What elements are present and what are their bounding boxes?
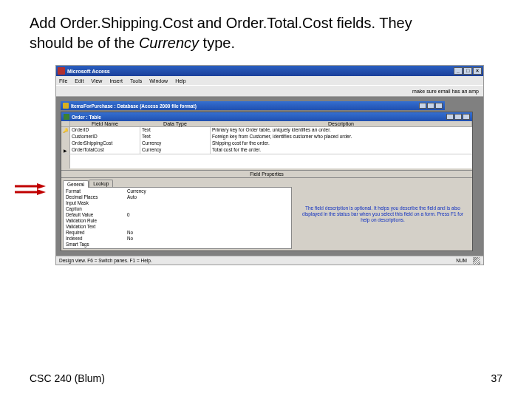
property-value[interactable]: Auto [127,194,290,200]
property-label: Format [64,188,127,194]
field-name-cell[interactable]: OrderID [70,127,140,134]
property-value[interactable] [127,206,290,212]
instruction-line1: Add Order.Shipping.Cost and Order.Total.… [30,15,412,31]
status-num: NUM [456,258,467,263]
tab-lookup[interactable]: Lookup [89,180,113,187]
app-title: Microsoft Access [67,69,110,74]
data-type-cell[interactable]: Text [140,127,211,134]
menu-insert[interactable]: Insert [109,78,123,83]
svg-marker-3 [37,189,46,195]
property-value[interactable]: 0 [127,212,290,218]
data-type-cell[interactable]: Currency [140,147,211,154]
tbl-maximize-button[interactable] [454,114,462,120]
col-field-name[interactable]: Field Name [70,121,140,126]
property-row[interactable]: Smart Tags [64,242,290,248]
row-selector[interactable] [61,134,70,140]
tbl-close-button[interactable] [463,114,470,120]
menu-view[interactable]: View [91,78,102,83]
description-cell[interactable]: Total cost for the order. [211,147,472,154]
property-row[interactable]: Validation Text [64,224,290,230]
instruction-line2a: should be of the [30,35,139,51]
data-type-cell[interactable]: Text [140,134,211,140]
window-controls: _ □ × [454,67,482,75]
resize-grip-icon[interactable] [473,257,480,265]
data-type-cell[interactable]: Currency [140,140,211,147]
property-label: Default Value [64,212,127,218]
property-label: Validation Rule [64,218,127,224]
property-row[interactable]: Caption [64,206,290,212]
footer-left: CSC 240 (Blum) [30,372,105,384]
menu-window[interactable]: Window [149,78,168,83]
property-label: Indexed [64,236,127,242]
help-text: The field description is optional. It he… [298,205,468,222]
description-cell[interactable]: Primary key for Order table, uniquely id… [211,127,472,134]
col-data-type[interactable]: Data Type [140,121,211,126]
property-value[interactable] [127,242,290,248]
db-minimize-button[interactable] [419,103,426,109]
status-bar: Design view. F6 = Switch panes. F1 = Hel… [56,256,483,265]
property-value[interactable]: No [127,236,290,242]
description-cell[interactable]: Foreign key from Customer, identifies cu… [211,134,472,140]
property-row[interactable]: Input Mask [64,200,290,206]
mdi-workspace: ItemsForPurchase : Database (Access 2000… [56,97,483,256]
menu-edit[interactable]: Edit [75,78,83,83]
field-row[interactable]: OrderIDTextPrimary key for Order table, … [61,127,472,134]
tbl-minimize-button[interactable] [446,114,454,120]
minimize-button[interactable]: _ [454,67,463,75]
row-selector[interactable] [61,127,70,134]
property-row[interactable]: FormatCurrency [64,188,290,194]
col-description[interactable]: Description [211,121,472,126]
tab-general[interactable]: General [63,180,89,188]
app-titlebar: Microsoft Access _ □ × [56,66,483,76]
property-label: Smart Tags [64,242,127,248]
field-name-cell[interactable]: OrderShippingCost [70,140,140,147]
access-window: Microsoft Access _ □ × File Edit View In… [55,65,484,265]
row-selector[interactable] [61,140,70,147]
property-value[interactable]: Currency [127,188,290,194]
field-row[interactable]: CustomerIDTextForeign key from Customer,… [61,134,472,140]
table-design-window: Order : Table Field Name Data Type Descr… [61,112,473,251]
db-window-title-text: ItemsForPurchase : Database (Access 2000… [71,103,197,109]
menu-file[interactable]: File [59,78,67,83]
arrow-annotation-icon [13,183,46,195]
empty-rows[interactable] [61,154,472,168]
db-maximize-button[interactable] [427,103,434,109]
property-value[interactable] [127,224,290,230]
field-name-cell[interactable]: OrderTotalCost [70,147,140,154]
access-icon [58,67,65,75]
svg-marker-1 [37,183,46,189]
help-search-input[interactable]: make sure email has an amp [412,89,479,94]
toolbar: make sure email has an amp [56,85,483,97]
property-row[interactable]: IndexedNo [64,236,290,242]
instruction-line2c: type. [199,35,235,51]
table-window-titlebar: Order : Table [61,112,472,121]
row-selector-header [61,121,70,126]
field-properties-pane: Field Properties General Lookup FormatCu… [61,168,472,250]
property-row[interactable]: Default Value0 [64,212,290,218]
property-label: Input Mask [64,200,127,206]
property-value[interactable] [127,200,290,206]
grid-header: Field Name Data Type Description [61,121,472,127]
slide-instruction: Add Order.Shipping.Cost and Order.Total.… [30,13,502,53]
field-row[interactable]: OrderTotalCostCurrencyTotal cost for the… [61,147,472,154]
menu-help[interactable]: Help [175,78,185,83]
instruction-currency: Currency [139,35,199,51]
property-value[interactable] [127,218,290,224]
row-selector[interactable] [61,147,70,154]
field-name-cell[interactable]: CustomerID [70,134,140,140]
property-row[interactable]: Decimal PlacesAuto [64,194,290,200]
field-properties-title: Field Properties [61,170,472,178]
menu-tools[interactable]: Tools [130,78,142,83]
property-row[interactable]: Validation Rule [64,218,290,224]
properties-grid: FormatCurrencyDecimal PlacesAutoInput Ma… [63,187,292,249]
field-row[interactable]: OrderShippingCostCurrencyShipping cost f… [61,140,472,147]
property-value[interactable]: No [127,230,290,236]
property-row[interactable]: RequiredNo [64,230,290,236]
db-close-button[interactable] [435,103,443,109]
slide-footer: CSC 240 (Blum) 37 [30,372,502,384]
table-window-title: Order : Table [72,115,101,120]
database-icon [63,103,69,109]
description-cell[interactable]: Shipping cost for the order. [211,140,472,147]
maximize-button[interactable]: □ [463,67,472,75]
close-button[interactable]: × [473,67,482,75]
